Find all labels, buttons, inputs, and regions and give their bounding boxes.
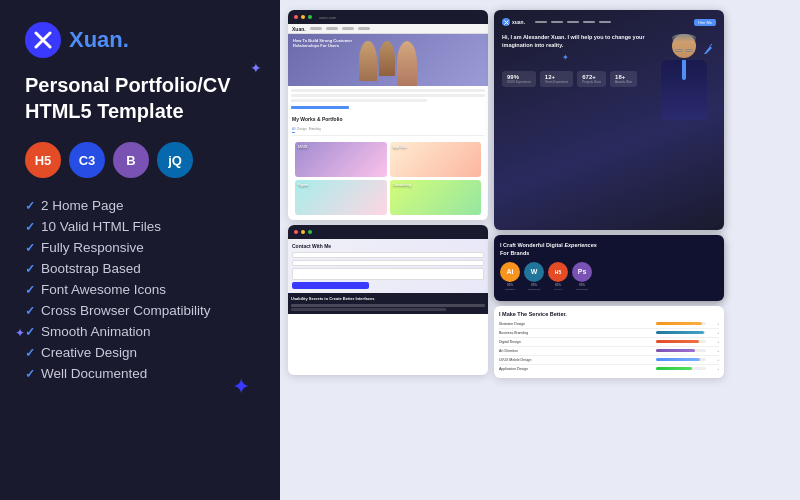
portfolio-item-4[interactable]: Consulting — [390, 180, 482, 215]
text-row — [291, 94, 485, 97]
nav-link-2[interactable] — [551, 21, 563, 23]
feature-item: Creative Design — [25, 345, 255, 360]
send-button[interactable] — [292, 282, 369, 289]
portfolio-item-3[interactable]: Figma — [295, 180, 387, 215]
service-row-4: Art Direction + — [499, 347, 719, 356]
hero-person — [656, 34, 716, 134]
contact-form — [292, 252, 484, 289]
person-tie — [682, 60, 686, 80]
dot-green — [308, 15, 312, 19]
usability-section: Usability Secrets to Create Better Inter… — [288, 293, 488, 314]
service-bar-3 — [656, 340, 706, 343]
stat-experience: 99% UI/UX Experience — [502, 71, 536, 87]
sparkle-decoration-3: ✦ — [15, 326, 25, 340]
portfolio-tab-all[interactable]: All — [292, 127, 295, 133]
contact-screen: Contact With Me Usability Secrets to Cre… — [288, 225, 488, 375]
nav-item[interactable] — [358, 27, 370, 30]
portfolio-tab-design[interactable]: Design — [297, 127, 306, 133]
screen-header: xuan.com — [288, 10, 488, 24]
title-block: Personal Portfolio/CV HTML5 Template — [25, 72, 255, 124]
nav-item[interactable] — [310, 27, 322, 30]
right-preview-panel: xuan.com Xuan. — [280, 0, 800, 500]
tech-icons: Ai 92% Illustrator W 95% WordPress H5 85… — [500, 262, 718, 291]
tech-wordpress: W 95% WordPress — [524, 262, 544, 291]
blog-title-text: How To Build Strong Customer Relationshi… — [293, 38, 373, 48]
nav-link-5[interactable] — [599, 21, 611, 23]
nav-link-1[interactable] — [535, 21, 547, 23]
illustrator-icon: Ai — [500, 262, 520, 282]
contact-message-field[interactable] — [292, 268, 484, 280]
craft-title: I Craft Wonderful Digital Experiences Fo… — [500, 241, 718, 258]
nav-item[interactable] — [342, 27, 354, 30]
logo-area: Xuan. — [25, 22, 255, 58]
html5-icon: H5 — [548, 262, 568, 282]
screenshots-container: xuan.com Xuan. — [288, 10, 792, 490]
service-row-5: UI/UX Mobile Design + — [499, 356, 719, 365]
blog-screen: xuan.com Xuan. — [288, 10, 488, 220]
logo-icon — [25, 22, 61, 58]
feature-item: 10 Valid HTML Files — [25, 219, 255, 234]
feature-item: Well Documented — [25, 366, 255, 381]
badge-jquery: jQ — [157, 142, 193, 178]
feature-item: 2 Home Page — [25, 198, 255, 213]
glasses-right — [685, 49, 693, 52]
badge-html5: H5 — [25, 142, 61, 178]
feature-item: Smooth Animation — [25, 324, 255, 339]
sparkle-area: ✦ — [502, 53, 648, 65]
service-bar-1 — [656, 322, 706, 325]
feature-item: Bootstrap Based — [25, 261, 255, 276]
service-row-2: Business Branding + — [499, 329, 719, 338]
hero-screen: xuan. Hire Me Hi, I am Alexander Xuan. I… — [494, 10, 724, 230]
dot-red — [294, 230, 298, 234]
hero-nav-logo-area: xuan. — [502, 18, 525, 26]
tech-badges-row: H5 C3 B jQ — [25, 142, 255, 178]
service-fill-5 — [656, 358, 700, 361]
service-fill-3 — [656, 340, 699, 343]
page-title: Personal Portfolio/CV HTML5 Template — [25, 72, 255, 124]
person-3 — [397, 41, 417, 86]
contact-hero: Contact With Me — [288, 239, 488, 293]
hire-me-button[interactable]: Hire Me — [694, 19, 716, 26]
tech-illustrator: Ai 92% Illustrator — [500, 262, 520, 291]
svg-line-0 — [710, 44, 712, 46]
dot-yellow — [301, 15, 305, 19]
service-bar-5 — [656, 358, 706, 361]
service-row-3: Digital Design + — [499, 338, 719, 347]
nav-logo-text: xuan. — [512, 19, 525, 25]
nav-bar: Xuan. — [288, 24, 488, 34]
contact-name-field[interactable] — [292, 252, 484, 258]
stat-projects: 672+ Projects Done — [577, 71, 606, 87]
nav-link-3[interactable] — [567, 21, 579, 23]
nav-item[interactable] — [326, 27, 338, 30]
service-bar-4 — [656, 349, 706, 352]
service-list-screen: I Make The Service Better. Illustrator D… — [494, 306, 724, 378]
blog-hero-image: How To Build Strong Customer Relationshi… — [288, 34, 488, 86]
service-fill-2 — [656, 331, 704, 334]
person-head — [672, 34, 696, 58]
text-row — [291, 308, 446, 311]
portfolio-tab-branding[interactable]: Branding — [309, 127, 321, 133]
features-list: 2 Home Page 10 Valid HTML Files Fully Re… — [25, 198, 255, 381]
stat-years: 12+ Years Experience — [540, 71, 573, 87]
craft-screen: I Craft Wonderful Digital Experiences Fo… — [494, 235, 724, 301]
nav-link-4[interactable] — [583, 21, 595, 23]
glasses-left — [675, 49, 683, 52]
wordpress-icon: W — [524, 262, 544, 282]
service-bar-2 — [656, 331, 706, 334]
badge-bootstrap: B — [113, 142, 149, 178]
portfolio-item-2[interactable]: App Dev — [390, 142, 482, 177]
service-bar-6 — [656, 367, 706, 370]
feature-item: Fully Responsive — [25, 240, 255, 255]
hero-content: Hi, I am Alexander Xuan. I will help you… — [502, 34, 716, 134]
wand-icon — [702, 42, 714, 60]
text-row — [291, 304, 485, 307]
text-row — [291, 99, 427, 102]
dot-red — [294, 15, 298, 19]
stats-row: 99% UI/UX Experience 12+ Years Experienc… — [502, 71, 648, 87]
portfolio-item-1[interactable]: UI/UX — [295, 142, 387, 177]
contact-email-field[interactable] — [292, 260, 484, 266]
hero-text: Hi, I am Alexander Xuan. I will help you… — [502, 34, 648, 87]
read-more-link[interactable] — [291, 106, 349, 109]
nav-logo: Xuan. — [292, 26, 306, 32]
logo-text: Xuan. — [69, 27, 129, 53]
